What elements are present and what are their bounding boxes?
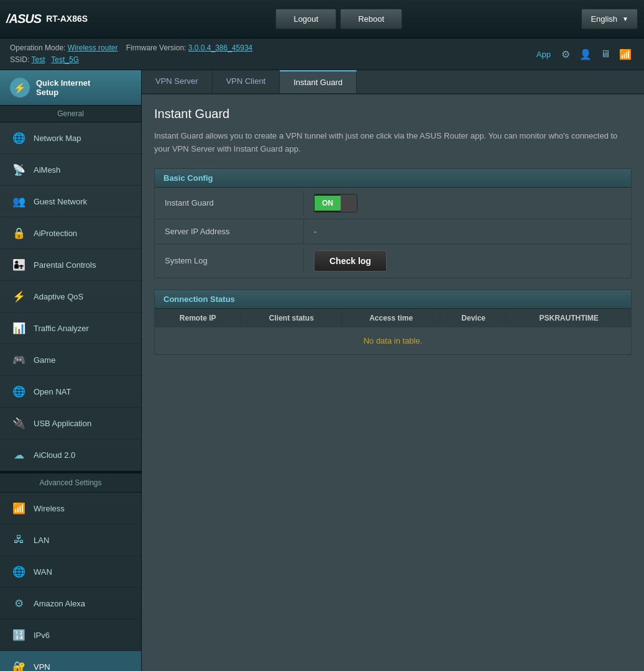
sidebar-item-adaptive-qos[interactable]: ⚡ Adaptive QoS (0, 281, 141, 313)
firmware-value[interactable]: 3.0.0.4_386_45934 (188, 43, 252, 52)
col-remote-ip: Remote IP (155, 309, 241, 327)
page-content: Instant Guard Instant Guard allows you t… (142, 94, 644, 378)
usb-application-icon: 🔌 (10, 414, 27, 432)
sidebar-item-label: VPN (34, 662, 50, 671)
sidebar-item-aicloud[interactable]: ☁ AiCloud 2.0 (0, 439, 141, 471)
sidebar-item-label: Network Map (34, 134, 81, 143)
check-log-button[interactable]: Check log (314, 250, 387, 272)
sidebar-item-aiprotection[interactable]: 🔒 AiProtection (0, 217, 141, 249)
amazon-alexa-icon: ⚙ (10, 595, 27, 612)
server-ip-value: - (304, 221, 631, 242)
ipv6-icon: 🔢 (10, 626, 27, 644)
page-description: Instant Guard allows you to create a VPN… (154, 130, 632, 156)
no-data-message: No data in table. (155, 327, 631, 354)
sidebar-item-label: Wireless (34, 504, 65, 513)
sidebar-item-traffic-analyzer[interactable]: 📊 Traffic Analyzer (0, 313, 141, 344)
aimesh-icon: 📡 (10, 161, 27, 178)
logout-button[interactable]: Logout (275, 9, 336, 29)
sidebar-item-ipv6[interactable]: 🔢 IPv6 (0, 619, 141, 651)
instant-guard-label: Instant Guard (155, 191, 304, 215)
server-ip-label: Server IP Address (155, 219, 304, 244)
sidebar-item-label: Open NAT (34, 387, 71, 396)
app-label: App (536, 50, 551, 59)
instant-guard-toggle[interactable]: ON (314, 194, 621, 212)
sidebar-item-label: LAN (34, 536, 49, 545)
general-section-header: General (0, 106, 141, 122)
ssid-5g[interactable]: Test_5G (51, 55, 79, 64)
settings-icon[interactable]: ⚙ (557, 45, 574, 63)
sidebar-item-parental-controls[interactable]: 👨‍👧 Parental Controls (0, 249, 141, 281)
logo: /ASUS RT-AX86S (6, 12, 88, 26)
sidebar-item-label: AiMesh (34, 165, 60, 175)
col-client-status: Client status (241, 309, 342, 327)
sidebar-item-vpn[interactable]: 🔐 VPN (0, 651, 141, 671)
sidebar-item-wan[interactable]: 🌐 WAN (0, 556, 141, 588)
sidebar-item-label: Traffic Analyzer (34, 324, 89, 333)
tab-vpn-client[interactable]: VPN Client (213, 70, 280, 93)
ssid-label: SSID: (10, 55, 29, 64)
col-device: Device (441, 309, 507, 327)
sidebar-item-label: AiCloud 2.0 (34, 450, 75, 460)
ssid-2g[interactable]: Test (31, 55, 45, 64)
sidebar-item-aimesh[interactable]: 📡 AiMesh (0, 154, 141, 186)
wan-icon: 🌐 (10, 563, 27, 580)
open-nat-icon: 🌐 (10, 383, 27, 400)
instant-guard-row: Instant Guard ON (155, 188, 631, 219)
operation-mode-value[interactable]: Wireless router (68, 43, 118, 52)
sidebar-item-label: Guest Network (34, 197, 87, 206)
system-log-row: System Log Check log (155, 244, 631, 278)
chevron-down-icon: ▼ (622, 16, 628, 22)
language-label: English (591, 14, 617, 24)
sidebar-item-usb-application[interactable]: 🔌 USB Application (0, 408, 141, 439)
sidebar-item-label: AiProtection (34, 229, 77, 238)
sidebar-item-wireless[interactable]: 📶 Wireless (0, 493, 141, 524)
main-layout: ⚡ Quick InternetSetup General 🌐 Network … (0, 70, 644, 671)
adaptive-qos-icon: ⚡ (10, 288, 27, 305)
sidebar-item-open-nat[interactable]: 🌐 Open NAT (0, 376, 141, 408)
reboot-button[interactable]: Reboot (340, 9, 402, 29)
sidebar-item-label: Adaptive QoS (34, 292, 83, 301)
system-log-label: System Log (155, 249, 304, 273)
toggle-on-label: ON (315, 196, 341, 211)
toggle-switch[interactable]: ON (314, 194, 357, 212)
user-icon[interactable]: 👤 (577, 45, 594, 63)
operation-mode-label: Operation Mode: (10, 43, 65, 52)
traffic-analyzer-icon: 📊 (10, 319, 27, 337)
infobar: Operation Mode: Wireless router Firmware… (0, 39, 644, 70)
vpn-icon: 🔐 (10, 658, 27, 671)
sidebar-item-label: Game (34, 355, 55, 365)
tab-bar: VPN Server VPN Client Instant Guard (142, 70, 644, 94)
tab-instant-guard[interactable]: Instant Guard (280, 70, 357, 93)
sidebar-item-guest-network[interactable]: 👥 Guest Network (0, 186, 141, 217)
basic-config-header: Basic Config (155, 169, 631, 188)
table-header-row: Remote IP Client status Access time Devi… (155, 309, 631, 327)
lan-icon: 🖧 (10, 531, 27, 549)
app-icons-bar: App ⚙ 👤 🖥 📶 (536, 45, 634, 63)
wifi-icon[interactable]: 📶 (617, 45, 634, 63)
sidebar-item-lan[interactable]: 🖧 LAN (0, 524, 141, 556)
col-pskrauthtime: PSKRAUTHTIME (507, 309, 631, 327)
sidebar-item-network-map[interactable]: 🌐 Network Map (0, 122, 141, 154)
basic-config-section: Basic Config Instant Guard ON Server IP (154, 168, 632, 278)
connection-status-header: Connection Status (155, 290, 631, 309)
connection-status-table: Remote IP Client status Access time Devi… (155, 309, 631, 354)
quick-internet-setup[interactable]: ⚡ Quick InternetSetup (0, 70, 141, 106)
system-info: Operation Mode: Wireless router Firmware… (10, 42, 252, 66)
network-map-icon: 🌐 (10, 129, 27, 147)
tab-vpn-server[interactable]: VPN Server (142, 70, 213, 93)
sidebar-item-label: Amazon Alexa (34, 599, 85, 608)
sidebar-item-game[interactable]: 🎮 Game (0, 344, 141, 376)
sidebar-item-amazon-alexa[interactable]: ⚙ Amazon Alexa (0, 588, 141, 619)
server-ip-row: Server IP Address - (155, 219, 631, 244)
aicloud-icon: ☁ (10, 446, 27, 463)
quick-setup-label: Quick InternetSetup (36, 78, 90, 97)
sidebar-item-label: Parental Controls (34, 260, 96, 270)
toggle-off-part (341, 194, 357, 212)
monitor-icon[interactable]: 🖥 (597, 45, 614, 63)
quick-setup-icon: ⚡ (10, 78, 30, 98)
sidebar: ⚡ Quick InternetSetup General 🌐 Network … (0, 70, 142, 671)
sidebar-item-label: USB Application (34, 419, 91, 428)
logo-asus-icon: /ASUS (6, 12, 41, 26)
logo-model: RT-AX86S (46, 14, 88, 24)
language-selector[interactable]: English ▼ (581, 9, 638, 29)
